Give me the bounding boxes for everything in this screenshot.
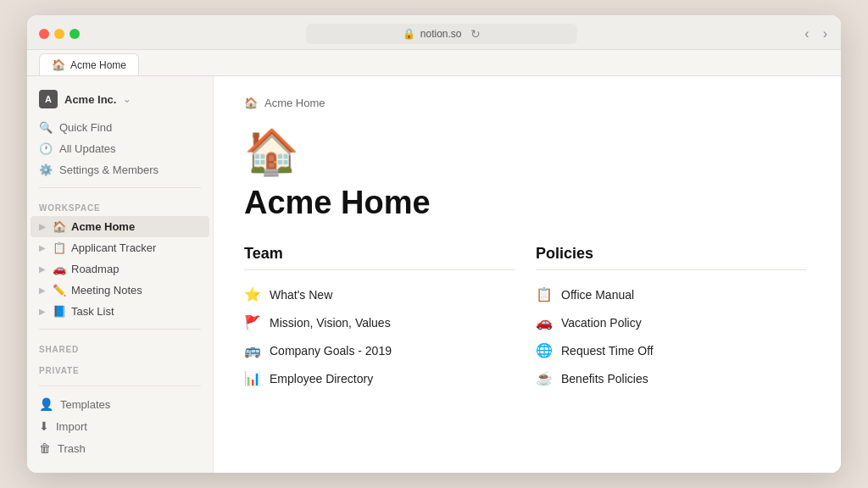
- roadmap-emoji: 🚗: [53, 263, 66, 275]
- employee-directory-icon: 📊: [244, 370, 261, 386]
- reload-button[interactable]: ↻: [470, 27, 481, 41]
- sidebar-item-trash[interactable]: 🗑 Trash: [27, 437, 213, 459]
- sidebar-divider-2: [39, 329, 201, 330]
- sidebar-action-quick-find[interactable]: 🔍 Quick Find: [27, 117, 213, 138]
- vacation-policy-label: Vacation Policy: [561, 316, 642, 330]
- breadcrumb-title: Acme Home: [264, 97, 326, 109]
- templates-label: Templates: [60, 398, 110, 411]
- sidebar-item-import[interactable]: ⬇ Import: [27, 415, 213, 437]
- arrow-icon-applicant-tracker: ▶: [39, 243, 46, 252]
- nav-buttons: ‹ ›: [803, 26, 829, 42]
- sidebar-action-settings[interactable]: ⚙️ Settings & Members: [27, 159, 213, 180]
- app-layout: A Acme Inc. ⌄ 🔍 Quick Find 🕐 All Updates…: [27, 76, 841, 473]
- browser-titlebar: 🔒 notion.so ↻ ‹ ›: [27, 15, 841, 49]
- sidebar-item-applicant-tracker[interactable]: ▶ 📋 Applicant Tracker: [31, 237, 209, 258]
- roadmap-label: Roadmap: [71, 263, 119, 275]
- sidebar-divider-3: [39, 385, 201, 386]
- link-request-time-off[interactable]: 🌐 Request Time Off: [536, 336, 807, 364]
- private-section-label: PRIVATE: [27, 358, 213, 379]
- arrow-icon-meeting-notes: ▶: [39, 286, 46, 295]
- meeting-notes-label: Meeting Notes: [71, 284, 142, 297]
- acme-home-emoji: 🏠: [53, 220, 66, 233]
- page-emoji: 🏠: [244, 126, 807, 178]
- traffic-light-green[interactable]: [70, 29, 80, 39]
- policies-divider: [536, 269, 807, 270]
- browser-window: 🔒 notion.so ↻ ‹ › 🏠 Acme Home A Acme: [27, 15, 841, 473]
- quick-find-icon: 🔍: [39, 121, 53, 134]
- import-label: Import: [56, 420, 87, 433]
- sidebar-item-meeting-notes[interactable]: ▶ ✏️ Meeting Notes: [31, 280, 209, 301]
- notion-tab-icon: 🏠: [52, 58, 65, 71]
- company-goals-label: Company Goals - 2019: [270, 344, 392, 358]
- tab-label: Acme Home: [70, 59, 126, 71]
- all-updates-icon: 🕐: [39, 142, 53, 155]
- sidebar-action-all-updates[interactable]: 🕐 All Updates: [27, 138, 213, 159]
- browser-tab[interactable]: 🏠 Acme Home: [39, 53, 139, 75]
- traffic-light-red[interactable]: [39, 29, 49, 39]
- lock-icon: 🔒: [403, 28, 415, 40]
- all-updates-label: All Updates: [59, 142, 115, 155]
- employee-directory-label: Employee Directory: [270, 372, 373, 385]
- workspace-name: Acme Inc.: [64, 93, 116, 106]
- page-title: Acme Home: [244, 185, 807, 221]
- sidebar-item-templates[interactable]: 👤 Templates: [27, 393, 213, 415]
- team-heading: Team: [244, 245, 515, 263]
- link-benefits-policies[interactable]: ☕ Benefits Policies: [536, 364, 807, 392]
- team-section: Team ⭐ What's New 🚩 Mission, Vision, Val…: [244, 245, 515, 392]
- benefits-policies-icon: ☕: [536, 370, 553, 386]
- browser-chrome: 🔒 notion.so ↻ ‹ › 🏠 Acme Home: [27, 15, 841, 76]
- link-vacation-policy[interactable]: 🚗 Vacation Policy: [536, 308, 807, 336]
- content-grid: Team ⭐ What's New 🚩 Mission, Vision, Val…: [244, 245, 807, 392]
- policies-heading: Policies: [536, 245, 807, 263]
- sidebar: A Acme Inc. ⌄ 🔍 Quick Find 🕐 All Updates…: [27, 76, 214, 473]
- mission-icon: 🚩: [244, 314, 261, 330]
- back-button[interactable]: ‹: [803, 26, 810, 42]
- main-content: 🏠 Acme Home 🏠 Acme Home Team ⭐ What's Ne…: [214, 76, 841, 473]
- applicant-tracker-emoji: 📋: [53, 241, 66, 254]
- team-divider: [244, 269, 515, 270]
- vacation-policy-icon: 🚗: [536, 314, 553, 330]
- settings-label: Settings & Members: [59, 164, 159, 176]
- company-goals-icon: 🚌: [244, 342, 261, 358]
- link-office-manual[interactable]: 📋 Office Manual: [536, 280, 807, 308]
- import-icon: ⬇: [39, 419, 49, 433]
- mission-label: Mission, Vision, Values: [270, 316, 391, 330]
- breadcrumb-emoji: 🏠: [244, 97, 258, 109]
- arrow-icon-task-list: ▶: [39, 307, 46, 316]
- sidebar-item-task-list[interactable]: ▶ 📘 Task List: [31, 301, 209, 322]
- shared-section-label: SHARED: [27, 336, 213, 358]
- address-bar: 🔒 notion.so ↻: [93, 24, 789, 44]
- benefits-policies-label: Benefits Policies: [561, 372, 648, 385]
- address-text: notion.so: [420, 28, 462, 40]
- request-time-off-label: Request Time Off: [561, 344, 654, 358]
- trash-icon: 🗑: [39, 441, 51, 455]
- traffic-light-yellow[interactable]: [54, 29, 64, 39]
- arrow-icon-roadmap: ▶: [39, 264, 46, 274]
- task-list-emoji: 📘: [53, 305, 66, 318]
- office-manual-icon: 📋: [536, 286, 553, 302]
- forward-button[interactable]: ›: [821, 26, 829, 42]
- sidebar-item-roadmap[interactable]: ▶ 🚗 Roadmap: [31, 258, 209, 280]
- sidebar-item-acme-home[interactable]: ▶ 🏠 Acme Home: [31, 216, 209, 237]
- sidebar-divider-1: [39, 187, 201, 188]
- link-company-goals[interactable]: 🚌 Company Goals - 2019: [244, 336, 515, 364]
- applicant-tracker-label: Applicant Tracker: [71, 241, 156, 254]
- link-employee-directory[interactable]: 📊 Employee Directory: [244, 364, 515, 392]
- acme-home-label: Acme Home: [71, 220, 135, 233]
- task-list-label: Task List: [71, 305, 114, 318]
- workspace-header[interactable]: A Acme Inc. ⌄: [27, 86, 213, 117]
- quick-find-label: Quick Find: [59, 121, 112, 134]
- browser-tab-bar: 🏠 Acme Home: [27, 49, 841, 75]
- meeting-notes-emoji: ✏️: [53, 284, 66, 297]
- address-bar-inner[interactable]: 🔒 notion.so ↻: [306, 24, 577, 44]
- workspace-chevron: ⌄: [123, 94, 131, 105]
- office-manual-label: Office Manual: [561, 288, 634, 302]
- request-time-off-icon: 🌐: [536, 342, 553, 358]
- link-mission[interactable]: 🚩 Mission, Vision, Values: [244, 308, 515, 336]
- arrow-icon-acme-home: ▶: [39, 222, 46, 231]
- trash-label: Trash: [58, 442, 86, 455]
- link-whats-new[interactable]: ⭐ What's New: [244, 280, 515, 308]
- traffic-lights: [39, 29, 80, 39]
- workspace-icon: A: [39, 90, 58, 108]
- policies-section: Policies 📋 Office Manual 🚗 Vacation Poli…: [536, 245, 807, 392]
